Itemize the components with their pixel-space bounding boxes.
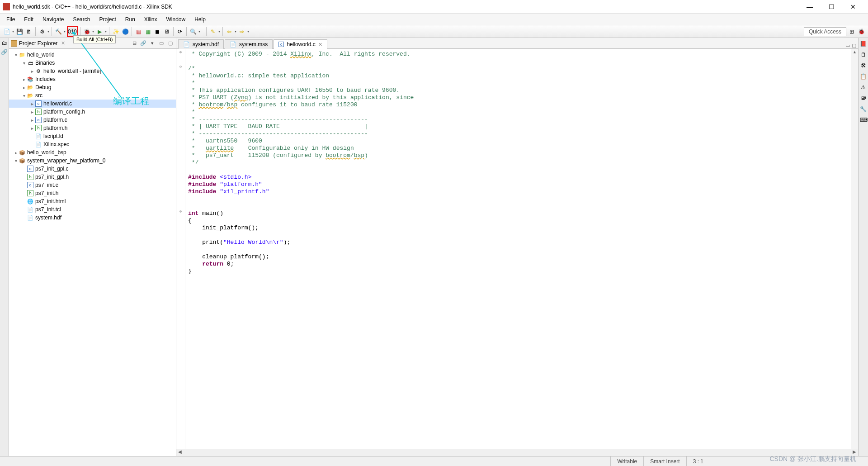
- refresh-icon[interactable]: ⟳: [176, 28, 184, 36]
- search-icon[interactable]: 🔍: [189, 28, 197, 36]
- menu-file[interactable]: File: [3, 15, 19, 24]
- tree-item[interactable]: 📄Xilinx.spec: [9, 140, 176, 148]
- project-tree[interactable]: ▾📁hello_world▾🗃Binaries▸⚙hello_world.elf…: [9, 49, 176, 456]
- tree-item[interactable]: ▾📂src: [9, 91, 176, 100]
- problems-icon[interactable]: ⚠: [860, 84, 867, 91]
- code-editor[interactable]: ⊕⊖⊖ * Copyright (C) 2009 - 2014 Xilinx, …: [176, 49, 858, 449]
- outline2-icon[interactable]: 🗒: [860, 52, 867, 59]
- expand-icon[interactable]: ▾: [21, 93, 27, 98]
- maximize-button[interactable]: ☐: [825, 3, 838, 10]
- tree-item[interactable]: ▸⚙hello_world.elf - [arm/le]: [9, 67, 176, 75]
- menu-navigate[interactable]: Navigate: [39, 15, 67, 24]
- window-title: hello_world.sdk - C/C++ - hello_world/sr…: [13, 4, 803, 10]
- close-view-icon[interactable]: ✕: [61, 40, 65, 46]
- tree-item[interactable]: ▸📦hello_world_bsp: [9, 148, 176, 157]
- make-icon[interactable]: 🛠: [860, 62, 867, 70]
- tree-item[interactable]: ▸📂Debug: [9, 83, 176, 91]
- magic-wand-icon[interactable]: ✨: [112, 28, 120, 36]
- menu-run[interactable]: Run: [122, 15, 139, 24]
- close-tab-icon[interactable]: ✕: [318, 42, 322, 48]
- expand-icon[interactable]: ▸: [29, 101, 35, 106]
- save-all-icon[interactable]: 🗎: [25, 28, 33, 36]
- grid2-icon[interactable]: ▦: [144, 28, 152, 36]
- view-menu-icon[interactable]: ▾: [149, 40, 156, 46]
- expand-icon[interactable]: ▸: [29, 109, 35, 114]
- debug-config-icon[interactable]: 🐞: [83, 28, 91, 36]
- tasks-icon[interactable]: 📋: [860, 73, 867, 81]
- pdf-icon[interactable]: 📕: [860, 41, 867, 48]
- forward-icon[interactable]: ⇨: [238, 28, 246, 36]
- tree-item[interactable]: 📄ps7_init.tcl: [9, 205, 176, 214]
- menu-project[interactable]: Project: [95, 15, 119, 24]
- tree-item[interactable]: ▸chelloworld.c: [9, 100, 176, 108]
- collapse-all-icon[interactable]: ⊟: [131, 40, 138, 46]
- new-icon[interactable]: 📄: [3, 28, 11, 36]
- expand-icon[interactable]: ▸: [13, 150, 19, 155]
- menu-search[interactable]: Search: [69, 15, 94, 24]
- tree-item[interactable]: 📄system.hdf: [9, 214, 176, 222]
- expand-icon[interactable]: ▾: [13, 158, 19, 163]
- menu-edit[interactable]: Edit: [20, 15, 37, 24]
- vertical-scrollbar[interactable]: ▲: [851, 49, 858, 449]
- tree-item[interactable]: ▸hplatform.h: [9, 124, 176, 132]
- expand-icon[interactable]: ▸: [21, 85, 27, 90]
- tree-item[interactable]: ▾🗃Binaries: [9, 59, 176, 67]
- outline-icon[interactable]: 🗂: [2, 40, 7, 46]
- terminal-icon[interactable]: ⌨: [860, 117, 867, 124]
- close-button[interactable]: ✕: [846, 3, 860, 10]
- highlight-icon[interactable]: ✎: [209, 28, 217, 36]
- hammer-icon[interactable]: 🔨: [54, 28, 62, 36]
- app-icon: [3, 3, 10, 10]
- editor-tab[interactable]: chelloworld.c✕: [274, 39, 327, 49]
- tree-item[interactable]: 🌐ps7_init.html: [9, 197, 176, 205]
- tree-label: Binaries: [35, 60, 55, 66]
- tree-item[interactable]: cps7_init.c: [9, 181, 176, 189]
- tree-item[interactable]: hps7_init.h: [9, 189, 176, 197]
- expand-icon[interactable]: ▾: [21, 61, 27, 66]
- expand-icon[interactable]: ▸: [29, 69, 35, 74]
- chip-icon[interactable]: ◼: [153, 28, 161, 36]
- monitor-icon[interactable]: 🖥: [163, 28, 171, 36]
- menu-window[interactable]: Window: [163, 15, 189, 24]
- perspective-debug-icon[interactable]: 🐞: [857, 28, 865, 36]
- properties-icon[interactable]: 🔧: [860, 106, 867, 113]
- maximize-view-icon[interactable]: ▢: [167, 40, 174, 46]
- tree-item[interactable]: hps7_init_gpl.h: [9, 173, 176, 181]
- menu-xilinx[interactable]: Xilinx: [141, 15, 161, 24]
- run-icon[interactable]: ▶: [95, 28, 104, 36]
- generate-icon[interactable]: ⚙: [38, 28, 46, 36]
- back-icon[interactable]: ⇦: [225, 28, 233, 36]
- tree-item[interactable]: 📄lscript.ld: [9, 132, 176, 140]
- minimize-view-icon[interactable]: ▭: [158, 40, 165, 46]
- editor-minimize-icon[interactable]: ▭: [845, 43, 850, 48]
- perspective-cpp-icon[interactable]: ⊞: [848, 28, 856, 36]
- tree-item[interactable]: ▸📚Includes: [9, 75, 176, 83]
- save-icon[interactable]: 💾: [15, 28, 24, 36]
- editor-maximize-icon[interactable]: ▢: [852, 43, 856, 48]
- grid1-icon[interactable]: ▦: [134, 28, 142, 36]
- tree-item[interactable]: cps7_init_gpl.c: [9, 165, 176, 173]
- connections-icon[interactable]: 🔗: [1, 49, 8, 55]
- file-icon: 📂: [27, 92, 33, 99]
- menu-help[interactable]: Help: [191, 15, 209, 24]
- quick-access-field[interactable]: Quick Access: [804, 27, 846, 36]
- tree-item[interactable]: ▾📦system_wrapper_hw_platform_0: [9, 157, 176, 165]
- tree-item[interactable]: ▸hplatform_config.h: [9, 108, 176, 116]
- expand-icon[interactable]: ▸: [21, 77, 27, 82]
- fold-gutter[interactable]: ⊕⊖⊖: [176, 49, 185, 449]
- tree-label: system_wrapper_hw_platform_0: [27, 157, 105, 164]
- minimize-button[interactable]: —: [803, 3, 816, 10]
- project-explorer-tab[interactable]: Project Explorer ✕: [11, 40, 65, 47]
- expand-icon[interactable]: ▸: [29, 126, 35, 131]
- horizontal-scrollbar[interactable]: ◀▶: [176, 449, 858, 456]
- bullet-icon[interactable]: 🔵: [121, 28, 129, 36]
- expand-icon[interactable]: ▸: [29, 118, 35, 123]
- expand-icon[interactable]: ▾: [13, 52, 19, 57]
- code-area[interactable]: * Copyright (C) 2009 - 2014 Xilinx, Inc.…: [185, 49, 851, 449]
- console-icon[interactable]: 🖳: [860, 95, 867, 102]
- editor-tab[interactable]: 📄system.mss: [225, 39, 273, 49]
- tree-item[interactable]: ▸cplatform.c: [9, 116, 176, 124]
- link-editor-icon[interactable]: 🔗: [140, 40, 147, 46]
- editor-tab[interactable]: 📄system.hdf: [178, 39, 224, 49]
- tree-item[interactable]: ▾📁hello_world: [9, 51, 176, 59]
